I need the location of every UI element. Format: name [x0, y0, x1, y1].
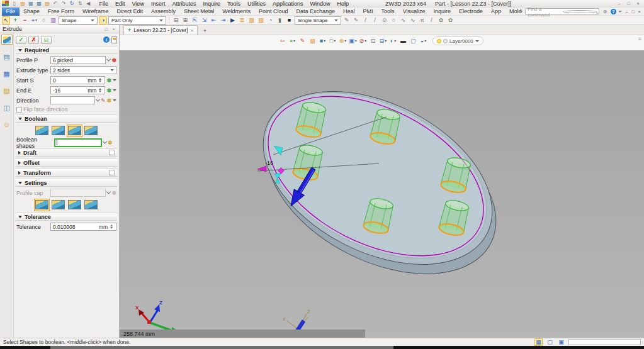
- list-icon[interactable]: ≣: [238, 16, 246, 25]
- measure-value-icon[interactable]: ✽: [106, 87, 111, 94]
- pen-alt-icon[interactable]: ✎: [352, 16, 360, 25]
- ribbon-tab[interactable]: Assembly: [147, 8, 180, 16]
- open-folder-icon[interactable]: ▨: [19, 0, 26, 7]
- ribbon-tab[interactable]: Shape: [20, 8, 44, 16]
- minimize-button[interactable]: –: [615, 1, 623, 7]
- help-dropdown-icon[interactable]: [618, 11, 622, 13]
- menu-item[interactable]: Utilities: [244, 1, 269, 7]
- ribbon-tab[interactable]: PMI: [359, 8, 377, 16]
- filter-combo[interactable]: Single Shape: [295, 16, 341, 25]
- menu-item[interactable]: Edit: [112, 1, 129, 7]
- transform-checkbox[interactable]: [109, 170, 115, 175]
- ribbon-tab[interactable]: Weldments: [218, 8, 255, 16]
- shift-right-icon[interactable]: ⇥: [219, 16, 227, 25]
- arc-icon[interactable]: π: [418, 16, 426, 25]
- exit-input-icon[interactable]: ⇦: [278, 37, 286, 45]
- toolbar-overflow-icon[interactable]: ≡: [638, 37, 641, 42]
- expand-chevron-icon[interactable]: [96, 97, 100, 102]
- slash-icon[interactable]: /: [427, 16, 436, 25]
- panel-float-icon[interactable]: □: [103, 27, 109, 31]
- ribbon-tab[interactable]: Direct Edit: [113, 8, 147, 16]
- render-mode-icon[interactable]: ⊛▾: [339, 37, 347, 45]
- window-icon[interactable]: ▣: [557, 338, 565, 346]
- insert-down-icon[interactable]: ⇲: [200, 16, 208, 25]
- chevron-down-icon[interactable]: [113, 99, 116, 101]
- ribbon-tab[interactable]: Point Cloud: [255, 8, 293, 16]
- ok-button[interactable]: ✓: [16, 36, 26, 44]
- play-icon[interactable]: ▶: [229, 16, 237, 25]
- find-command-box[interactable]: Find a command: [525, 8, 599, 15]
- new-tab-button[interactable]: +: [200, 26, 210, 35]
- spinner[interactable]: [98, 77, 103, 84]
- polyline-icon[interactable]: ∿: [399, 16, 407, 25]
- bounding-box-icon[interactable]: ▧: [308, 37, 317, 45]
- black-box-icon[interactable]: ■: [285, 16, 293, 25]
- insert-up-icon[interactable]: ⇱: [191, 16, 199, 25]
- boolean-add-icon[interactable]: [51, 125, 65, 136]
- ribbon-tab[interactable]: Tools: [377, 8, 398, 16]
- restore-button[interactable]: □: [630, 9, 636, 14]
- ribbon-tab[interactable]: Data Exchange: [292, 8, 339, 16]
- pick-from-list-icon[interactable]: ✽: [111, 57, 116, 64]
- section-view-icon[interactable]: ⊘▾: [359, 37, 367, 45]
- minimize-ribbon-icon[interactable]: [519, 11, 523, 13]
- section-tolerance[interactable]: Tolerance: [16, 213, 117, 221]
- layer-combo[interactable]: Layer0000: [432, 36, 483, 45]
- section-settings[interactable]: Settings: [16, 179, 117, 187]
- assistant-icon[interactable]: ☺: [1, 119, 13, 130]
- tolerance-field[interactable]: 0.010008 mm: [50, 223, 116, 231]
- section-boolean[interactable]: Boolean: [16, 114, 117, 123]
- viewport-canvas[interactable]: -16: [120, 50, 644, 338]
- visibility-icon[interactable]: ◒▾: [419, 37, 427, 45]
- background-icon[interactable]: ▣▾: [349, 37, 357, 45]
- ribbon-tab[interactable]: Heal: [339, 8, 359, 16]
- close-button[interactable]: ×: [636, 9, 642, 14]
- minimize-button[interactable]: –: [624, 9, 630, 14]
- pick-from-list-icon[interactable]: ✽: [108, 140, 113, 146]
- chevron-down-icon[interactable]: [113, 79, 116, 81]
- cap-none-icon[interactable]: [84, 199, 98, 211]
- cap-both-icon[interactable]: [35, 199, 49, 211]
- pick-scope-icon[interactable]: ⌖▾: [288, 37, 297, 45]
- direction-field[interactable]: [50, 96, 95, 104]
- menu-item[interactable]: File: [96, 1, 112, 7]
- view-manager-icon[interactable]: ◫: [1, 102, 13, 113]
- cap-end-icon[interactable]: [67, 199, 82, 211]
- settings-gear-icon[interactable]: ⊛: [601, 8, 609, 15]
- ribbon-tab[interactable]: File: [2, 8, 20, 16]
- chevron-down-icon[interactable]: [113, 89, 116, 91]
- menu-item[interactable]: Tools: [223, 1, 244, 7]
- cap-start-icon[interactable]: [51, 199, 65, 211]
- display-state-combo[interactable]: Part Only: [108, 16, 166, 25]
- add-entity-icon[interactable]: +: [11, 16, 20, 25]
- section-required[interactable]: Required: [16, 46, 117, 54]
- extrude-type-combo[interactable]: 2 sides: [50, 66, 116, 74]
- expand-chevron-icon[interactable]: [103, 140, 107, 144]
- pen-icon[interactable]: ✎: [342, 16, 351, 25]
- line-icon[interactable]: /: [361, 16, 370, 25]
- ribbon-tab[interactable]: Wireframe: [79, 8, 113, 16]
- refresh-icon[interactable]: ○: [40, 16, 48, 25]
- ribbon-tab[interactable]: App: [487, 8, 506, 16]
- display-globe-icon[interactable]: ◑: [99, 16, 107, 25]
- measure-value-icon[interactable]: ✽: [106, 77, 111, 84]
- shift-left-icon[interactable]: ⇤: [210, 16, 218, 25]
- restore-button[interactable]: □: [624, 1, 633, 7]
- measure-icon[interactable]: ⊟▾: [379, 37, 387, 45]
- help-icon[interactable]: ?: [611, 9, 616, 14]
- regen-icon[interactable]: ↻: [68, 0, 76, 7]
- brush-icon[interactable]: ✎: [298, 37, 307, 45]
- shape-combo[interactable]: Shape: [59, 16, 98, 25]
- undo-icon[interactable]: ↶: [52, 0, 59, 7]
- menu-item[interactable]: Insert: [147, 1, 169, 7]
- ribbon-tab[interactable]: Inquire: [429, 8, 455, 16]
- close-tab-icon[interactable]: ×: [191, 28, 194, 33]
- ribbon-tab[interactable]: Sheet Metal: [180, 8, 218, 16]
- monitor-icon[interactable]: ▢: [546, 338, 554, 346]
- history-manager-icon[interactable]: ▤: [1, 52, 13, 62]
- save-all-icon[interactable]: ▩: [35, 0, 43, 7]
- spinner[interactable]: [98, 87, 103, 94]
- ribbon-tab[interactable]: Free Form: [44, 8, 79, 16]
- pick-filter-icon[interactable]: ↖: [2, 16, 10, 25]
- point-circle-icon[interactable]: ⊙: [380, 16, 388, 25]
